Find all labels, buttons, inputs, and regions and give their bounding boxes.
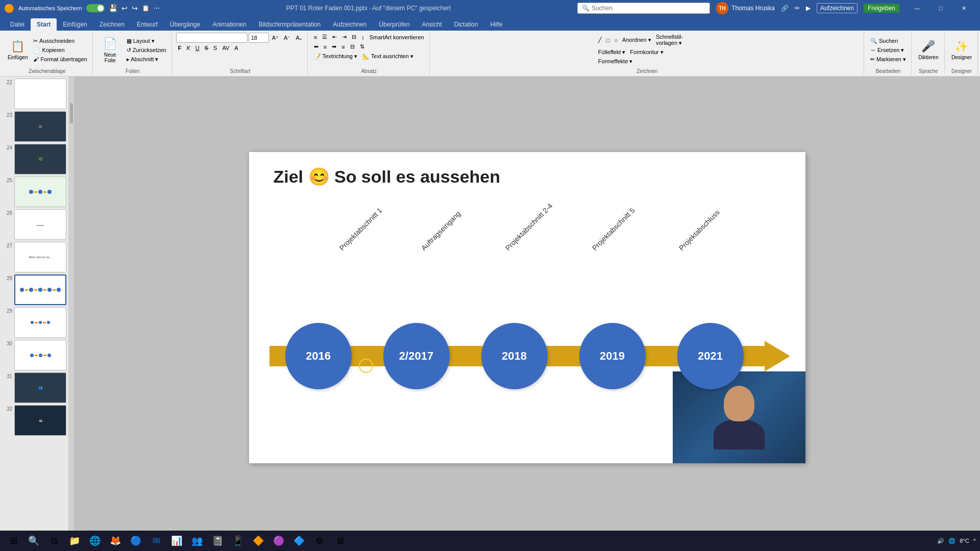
format-btn[interactable]: 🖌 Format übertragen <box>31 55 89 63</box>
designer-btn[interactable]: ✨ Designer <box>949 36 974 64</box>
minimize-btn[interactable]: — <box>905 0 929 16</box>
slide-thumb-26[interactable]: 26 ▬▬ <box>2 209 66 240</box>
numbering-btn[interactable]: ☰ <box>320 33 329 41</box>
maximize-btn[interactable]: □ <box>929 0 952 16</box>
shape-line-btn[interactable]: ╱ <box>596 36 604 44</box>
clear-format-btn[interactable]: Aᵥ <box>293 34 304 42</box>
taskview-btn[interactable]: ⧉ <box>45 532 63 550</box>
tab-start[interactable]: Start <box>31 18 57 31</box>
diktieren-btn[interactable]: 🎤 Diktieren <box>916 36 941 64</box>
share-icon[interactable]: 🔗 <box>781 5 789 12</box>
kopieren-btn[interactable]: 📄 Kopieren <box>31 46 89 55</box>
slide-thumb-22[interactable]: 22 <box>2 79 66 109</box>
effekt-btn[interactable]: Formeffekte ▾ <box>596 57 635 66</box>
tab-datei[interactable]: Datei <box>4 18 31 31</box>
undo-icon[interactable]: ↩ <box>121 4 128 12</box>
tab-ansicht[interactable]: Ansicht <box>415 18 448 31</box>
close-btn[interactable]: ✕ <box>952 0 976 16</box>
pen-icon[interactable]: ✏ <box>795 5 800 12</box>
underline-btn[interactable]: U <box>193 44 202 52</box>
textdir-btn[interactable]: ⇅ <box>358 42 366 51</box>
strikethrough-btn[interactable]: S <box>203 44 210 52</box>
tab-uebergaenge[interactable]: Übergänge <box>164 18 206 31</box>
slide-thumb-27[interactable]: 27 Mein Ziel ist es... <box>2 242 66 272</box>
slide-canvas[interactable]: Ziel 😊 So soll es aussehen Projektabschn… <box>249 152 805 463</box>
tab-aufzeichnen[interactable]: Aufzeichnen <box>327 18 373 31</box>
pin-icon[interactable]: 📋 <box>142 5 150 12</box>
kontur-btn[interactable]: Formkontur ▾ <box>628 48 665 57</box>
outlook-btn[interactable]: ✉ <box>147 532 165 550</box>
shape-rect-btn[interactable]: □ <box>604 36 612 44</box>
circle-2017[interactable]: 2/2017 <box>383 323 450 389</box>
increase-font-btn[interactable]: A⁺ <box>270 34 281 42</box>
suchen-btn[interactable]: 🔍 Suchen <box>868 37 908 45</box>
tab-hilfe[interactable]: Hilfe <box>484 18 508 31</box>
search-bar[interactable]: 🔍 <box>577 3 710 14</box>
edge-btn[interactable]: 🌐 <box>86 532 104 550</box>
decrease-indent-btn[interactable]: ⇤ <box>330 33 339 41</box>
smartart-btn[interactable]: SmartArt konvertieren <box>368 33 426 41</box>
firefox-btn[interactable]: 🦊 <box>106 532 125 550</box>
taskbar-overflow[interactable]: ^ <box>973 538 976 544</box>
slide-thumb-29[interactable]: 29 <box>2 307 66 338</box>
align-center-btn[interactable]: ≡ <box>322 43 329 51</box>
slide-thumb-32[interactable]: 32 🏔 <box>2 405 66 436</box>
app3-btn[interactable]: 🔷 <box>290 532 308 550</box>
teams-btn[interactable]: 👥 <box>188 532 206 550</box>
slide-thumb-28[interactable]: 28 <box>2 274 66 305</box>
fontcolor-btn[interactable]: A <box>232 44 240 52</box>
col-btn[interactable]: ⊟ <box>350 33 358 41</box>
slide-thumb-30[interactable]: 30 <box>2 340 66 370</box>
col2-btn[interactable]: ⊟ <box>348 42 357 51</box>
redo-icon[interactable]: ↪ <box>132 4 138 12</box>
app2-btn[interactable]: 🟣 <box>270 532 288 550</box>
slide-thumb-25[interactable]: 25 <box>2 177 66 207</box>
shadow-btn[interactable]: S <box>211 44 219 52</box>
tab-dictation[interactable]: Dictation <box>448 18 484 31</box>
layout-btn[interactable]: ▦ Layout ▾ <box>125 37 168 45</box>
chrome-btn[interactable]: 🔵 <box>127 532 145 550</box>
search-taskbar-btn[interactable]: 🔍 <box>24 532 43 550</box>
circle-2019[interactable]: 2019 <box>579 323 646 389</box>
align-left-btn[interactable]: ⬅ <box>312 42 321 51</box>
justify-btn[interactable]: ≡ <box>339 43 347 51</box>
circle-2016[interactable]: 2016 <box>285 323 352 389</box>
slide-thumb-24[interactable]: 24 🌿 <box>2 144 66 174</box>
onenote-btn[interactable]: 📓 <box>208 532 227 550</box>
tab-bildschirmpraesenatation[interactable]: Bildschirmpräsentation <box>253 18 327 31</box>
circle-2021[interactable]: 2021 <box>677 323 744 389</box>
panel-scrollbar[interactable] <box>69 77 74 539</box>
bullets-btn[interactable]: ≡ <box>312 33 319 41</box>
tab-ueberpruefen[interactable]: Überprüfen <box>373 18 415 31</box>
app1-btn[interactable]: 🔶 <box>249 532 267 550</box>
present-icon[interactable]: ▶ <box>806 5 811 12</box>
ersetzen-btn[interactable]: ↔ Ersetzen ▾ <box>868 46 908 55</box>
save-icon[interactable]: 💾 <box>109 4 117 12</box>
slide-thumb-23[interactable]: 23 ▤ <box>2 111 66 142</box>
italic-btn[interactable]: K <box>184 44 192 52</box>
app4-btn[interactable]: ⚙ <box>310 532 329 550</box>
zuruecksetzen-btn[interactable]: ↺ Zurücksetzen <box>125 46 168 55</box>
font-size-dropdown[interactable]: 18 <box>249 33 269 43</box>
start-btn[interactable]: ⊞ <box>4 532 22 550</box>
textrich-btn[interactable]: 📝 Textrichtung ▾ <box>312 52 359 61</box>
circle-2018[interactable]: 2018 <box>481 323 548 389</box>
autosave-toggle[interactable] <box>86 4 105 12</box>
bold-btn[interactable]: F <box>176 44 184 52</box>
slide-thumb-31[interactable]: 31 👥 <box>2 372 66 403</box>
align-right-btn[interactable]: ➡ <box>330 42 338 51</box>
spacing-btn[interactable]: AV <box>220 44 231 52</box>
neue-folie-btn[interactable]: 📄 NeueFolie <box>97 36 124 64</box>
ausschneiden-btn[interactable]: ✂ Ausschneiden <box>31 37 89 45</box>
textalign-btn[interactable]: 📐 Text ausrichten ▾ <box>360 52 415 61</box>
schnell-btn[interactable]: Schnellstil-vorlagen ▾ <box>654 33 685 47</box>
arrange-btn[interactable]: Anordnen ▾ <box>620 36 653 44</box>
einfuegen-btn[interactable]: 📋 Einfügen <box>5 36 30 64</box>
search-input[interactable] <box>592 5 705 12</box>
linesp-btn[interactable]: ↕ <box>359 33 366 41</box>
tab-einfuegen[interactable]: Einfügen <box>57 18 93 31</box>
fuell-btn[interactable]: Fülleffekt ▾ <box>596 48 628 57</box>
tab-entwurf[interactable]: Entwurf <box>131 18 164 31</box>
powerpoint-btn[interactable]: 📊 <box>167 532 186 550</box>
abschnitt-btn[interactable]: ▸ Abschnitt ▾ <box>125 55 168 64</box>
